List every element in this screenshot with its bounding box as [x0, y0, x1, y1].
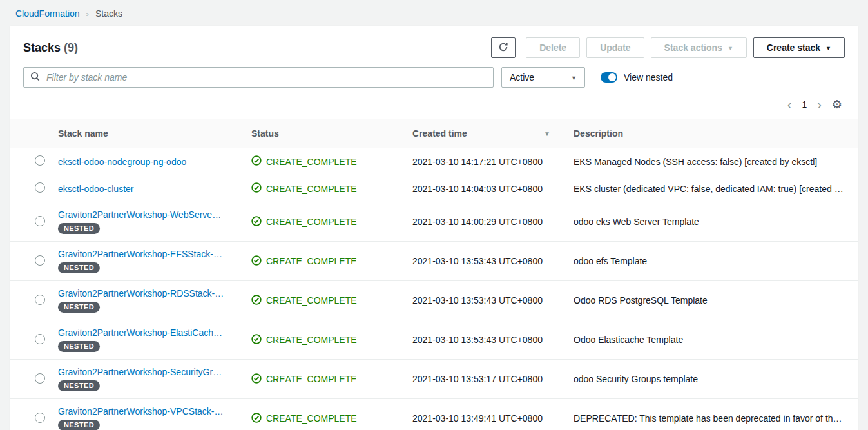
created-time: 2021-03-10 14:17:21 UTC+0800 — [406, 148, 567, 175]
table-row: Graviton2PartnerWorkshop-WebServe… NESTE… — [10, 202, 858, 242]
refresh-button[interactable] — [491, 37, 516, 58]
description: odoo Security Groups template — [567, 360, 858, 399]
create-stack-button[interactable]: Create stack ▼ — [753, 37, 845, 58]
status-label: CREATE_COMPLETE — [266, 374, 357, 384]
breadcrumb-separator: › — [86, 9, 89, 19]
check-circle-icon — [251, 413, 262, 425]
description: Odoo RDS PostgreSQL Template — [567, 281, 858, 320]
check-circle-icon — [251, 255, 262, 268]
description: DEPRECATED: This template has been depre… — [567, 399, 858, 430]
page-number[interactable]: 1 — [802, 99, 807, 110]
row-radio[interactable] — [35, 334, 45, 344]
breadcrumb-current: Stacks — [95, 8, 122, 19]
column-header-status: Status — [245, 119, 406, 148]
status-label: CREATE_COMPLETE — [266, 217, 357, 227]
status-cell: CREATE_COMPLETE — [251, 182, 400, 195]
row-radio[interactable] — [35, 413, 45, 423]
nested-badge: NESTED — [58, 262, 100, 273]
stacks-table: Stack name Status Created time ▼ Descrip… — [10, 119, 858, 430]
status-cell: CREATE_COMPLETE — [251, 216, 400, 228]
breadcrumb: CloudFormation › Stacks — [0, 0, 868, 26]
check-circle-icon — [251, 182, 262, 195]
view-nested-toggle[interactable] — [601, 72, 617, 83]
update-button[interactable]: Update — [586, 37, 644, 58]
status-label: CREATE_COMPLETE — [266, 184, 357, 194]
stack-filter-box — [23, 67, 494, 88]
row-radio[interactable] — [35, 155, 45, 166]
sort-icon[interactable]: ▼ — [544, 130, 550, 137]
breadcrumb-link-cloudformation[interactable]: CloudFormation — [15, 8, 80, 19]
stack-name-link[interactable]: eksctl-odoo-cluster — [58, 184, 134, 194]
column-header-created-time: Created time ▼ — [406, 119, 567, 148]
check-circle-icon — [251, 334, 262, 346]
header-actions: Delete Update Stack actions ▼ Create sta… — [491, 37, 845, 58]
chevron-down-icon: ▼ — [825, 46, 831, 52]
table-row: eksctl-odoo-nodegroup-ng-odoo CREATE_COM… — [10, 148, 858, 175]
status-cell: CREATE_COMPLETE — [251, 155, 400, 168]
table-body: eksctl-odoo-nodegroup-ng-odoo CREATE_COM… — [10, 148, 858, 430]
row-radio[interactable] — [35, 255, 45, 266]
status-filter-select[interactable]: Active ▼ — [501, 67, 585, 88]
status-filter-value: Active — [510, 72, 534, 83]
column-header-description: Description — [567, 119, 858, 148]
table-header-row: Stack name Status Created time ▼ Descrip… — [10, 119, 858, 148]
table-row: Graviton2PartnerWorkshop-SecurityGr… NES… — [10, 360, 858, 399]
check-circle-icon — [251, 216, 262, 228]
table-row: Graviton2PartnerWorkshop-VPCStack-… NEST… — [10, 399, 858, 430]
filter-bar: Active ▼ View nested — [10, 64, 858, 92]
nested-badge: NESTED — [58, 223, 100, 234]
status-label: CREATE_COMPLETE — [266, 335, 357, 345]
radio-column-header — [10, 119, 52, 148]
page-title-text: Stacks — [23, 41, 61, 54]
stack-actions-button[interactable]: Stack actions ▼ — [651, 37, 747, 58]
column-header-stack-name: Stack name — [52, 119, 245, 148]
stack-name-link[interactable]: Graviton2PartnerWorkshop-VPCStack-… — [58, 406, 224, 416]
status-cell: CREATE_COMPLETE — [251, 373, 400, 386]
row-radio[interactable] — [35, 182, 45, 193]
status-cell: CREATE_COMPLETE — [251, 413, 400, 425]
check-circle-icon — [251, 155, 262, 168]
stack-filter-input[interactable] — [45, 72, 487, 83]
stack-name-link[interactable]: Graviton2PartnerWorkshop-ElastiCach… — [58, 327, 222, 338]
created-time: 2021-03-10 13:53:43 UTC+0800 — [406, 281, 567, 320]
created-time: 2021-03-10 14:00:29 UTC+0800 — [406, 202, 567, 242]
delete-button[interactable]: Delete — [526, 37, 580, 58]
description: odoo eks Web Server Template — [567, 202, 858, 242]
description: odoo efs Template — [567, 242, 858, 281]
chevron-down-icon: ▼ — [571, 75, 577, 81]
nested-badge: NESTED — [58, 420, 100, 430]
created-time: 2021-03-10 13:49:41 UTC+0800 — [406, 399, 567, 430]
status-label: CREATE_COMPLETE — [266, 413, 357, 424]
status-label: CREATE_COMPLETE — [266, 256, 357, 266]
table-row: eksctl-odoo-cluster CREATE_COMPLETE 2021… — [10, 175, 858, 202]
stack-count: (9) — [64, 41, 78, 54]
created-time: 2021-03-10 13:53:17 UTC+0800 — [406, 360, 567, 399]
created-time: 2021-03-10 13:53:43 UTC+0800 — [406, 320, 567, 360]
stack-name-link[interactable]: eksctl-odoo-nodegroup-ng-odoo — [58, 157, 186, 167]
stack-name-link[interactable]: Graviton2PartnerWorkshop-RDSStack-… — [58, 288, 224, 298]
search-icon — [30, 72, 40, 83]
description: EKS Managed Nodes (SSH access: false) [c… — [567, 148, 858, 175]
stack-name-link[interactable]: Graviton2PartnerWorkshop-EFSStack-… — [58, 249, 222, 259]
status-label: CREATE_COMPLETE — [266, 295, 357, 306]
status-cell: CREATE_COMPLETE — [251, 334, 400, 346]
next-page-icon[interactable]: › — [817, 98, 822, 111]
view-nested-label: View nested — [624, 72, 673, 83]
created-time: 2021-03-10 13:53:43 UTC+0800 — [406, 242, 567, 281]
previous-page-icon[interactable]: ‹ — [787, 98, 792, 111]
created-time-label: Created time — [412, 128, 467, 139]
status-label: CREATE_COMPLETE — [266, 157, 357, 167]
created-time: 2021-03-10 14:04:03 UTC+0800 — [406, 175, 567, 202]
row-radio[interactable] — [35, 373, 45, 384]
row-radio[interactable] — [35, 216, 45, 226]
panel-header: Stacks (9) Delete Update Stack actions ▼… — [10, 26, 858, 64]
stack-name-link[interactable]: Graviton2PartnerWorkshop-SecurityGr… — [58, 367, 222, 377]
description: Odoo Elasticache Template — [567, 320, 858, 360]
gear-icon[interactable]: ⚙ — [832, 99, 842, 110]
table-row: Graviton2PartnerWorkshop-RDSStack-… NEST… — [10, 281, 858, 320]
row-radio[interactable] — [35, 295, 45, 305]
view-nested-toggle-wrap: View nested — [601, 72, 673, 83]
check-circle-icon — [251, 295, 262, 307]
stack-name-link[interactable]: Graviton2PartnerWorkshop-WebServe… — [58, 210, 221, 220]
check-circle-icon — [251, 373, 262, 386]
